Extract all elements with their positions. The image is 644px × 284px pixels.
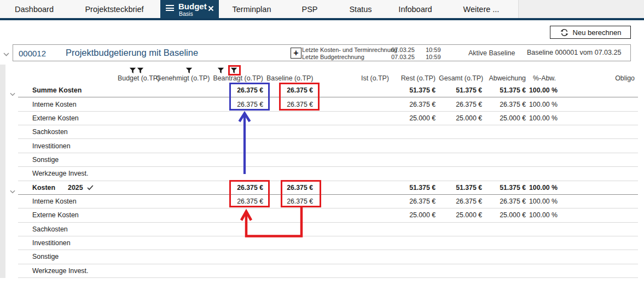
tab-status[interactable]: Status	[335, 0, 386, 18]
cell-baseline: 26.375 €	[266, 184, 316, 192]
cell-rest: 26.375 €	[392, 101, 439, 108]
column-header-gesamt[interactable]: Gesamt (o.TP)	[439, 74, 485, 82]
table-row[interactable]: Werkzeuge Invest.	[18, 167, 638, 181]
row-label: Sachkosten	[18, 128, 118, 136]
cell-baseline: 26.375 €	[266, 101, 316, 108]
column-header-baseline[interactable]: Baseline (o.TP)	[266, 74, 316, 82]
page-title: Projektbudgetierung mit Baseline	[66, 48, 198, 58]
cell-beantragt: 26.375 €	[211, 198, 266, 205]
refresh-icon	[560, 28, 569, 37]
column-header-budget[interactable]: Budget (o.TP)	[118, 74, 156, 82]
column-header-beantragt[interactable]: Beantragt (o.TP)	[211, 74, 266, 82]
chevron-down-icon[interactable]	[10, 186, 15, 196]
last-cost-schedule-label: Letzte Kosten- und Terminrechnung	[302, 47, 397, 54]
tab-weitere[interactable]: Weitere ...	[444, 0, 518, 18]
row-label: Externe Kosten	[18, 114, 118, 122]
table-row[interactable]: Interne Kosten26.375 €26.375 €26.375 €26…	[18, 195, 638, 208]
cell-pct: 100.00 %	[529, 198, 559, 205]
table-row[interactable]: Kosten202526.375 €26.375 €51.375 €51.375…	[18, 181, 638, 195]
project-number: 000012	[19, 49, 46, 58]
row-label: Sonstige	[18, 253, 118, 260]
row-label: Werkzeuge Invest.	[18, 170, 118, 177]
budget-app-window: Dashboard Projektsteckbrief Budget Basis…	[0, 0, 644, 284]
row-label: Summe Kosten	[18, 86, 118, 94]
cell-baseline: 26.375 €	[266, 86, 316, 94]
last-cost-schedule-date: 07.03.25	[391, 47, 415, 54]
cell-abweichung: 26.375 €	[485, 101, 529, 108]
hamburger-icon[interactable]	[166, 5, 174, 13]
cell-gesamt: 26.375 €	[439, 101, 485, 108]
column-header-obligo[interactable]: Obligo	[559, 74, 638, 82]
table-row[interactable]: Werkzeuge Invest.	[18, 264, 638, 278]
cell-pct: 100.00 %	[529, 101, 559, 108]
cell-pct: 100.00 %	[529, 211, 559, 219]
column-header-rest[interactable]: Rest (o.TP)	[392, 74, 439, 82]
cell-abweichung: 51.375 €	[485, 86, 529, 94]
cell-beantragt: 26.375 €	[211, 184, 266, 192]
table-row[interactable]: Externe Kosten25.000 €25.000 €25.000 €10…	[18, 112, 638, 125]
recalculate-button[interactable]: Neu berechnen	[550, 26, 631, 39]
last-budget-label: Letzte Budgetrechnung	[302, 54, 397, 61]
row-label: Interne Kosten	[18, 101, 118, 108]
check-icon	[87, 185, 94, 190]
table-row[interactable]: Sonstige	[18, 153, 638, 167]
row-year: 2025	[68, 184, 83, 192]
column-header-ist[interactable]: Ist (o.TP)	[316, 74, 392, 82]
table-row[interactable]: Sachkosten	[18, 125, 638, 139]
row-label: Kosten2025	[18, 184, 118, 192]
row-label: Sachkosten	[18, 225, 118, 233]
cell-beantragt: 26.375 €	[211, 101, 266, 108]
table-row[interactable]: Sachkosten	[18, 223, 638, 236]
last-calculation-labels: Letzte Kosten- und Terminrechnung Letzte…	[302, 47, 397, 61]
row-label: Investitionen	[18, 239, 118, 247]
tab-budget-sublabel: Basis	[179, 10, 193, 17]
active-tab-underline	[0, 18, 644, 20]
table-row[interactable]: Summe Kosten26.375 €26.375 €51.375 €51.3…	[18, 84, 638, 97]
tab-dashboard[interactable]: Dashboard	[0, 0, 68, 18]
table-row[interactable]: Interne Kosten26.375 €26.375 €26.375 €26…	[18, 97, 638, 111]
tab-infoboard[interactable]: Infoboard	[386, 0, 444, 18]
last-budget-time: 10:59	[426, 54, 441, 61]
filter-icon-row	[0, 66, 644, 74]
cell-rest: 26.375 €	[392, 198, 439, 205]
column-header-abweichung[interactable]: Abweichung	[485, 74, 529, 82]
column-header-pct[interactable]: %-Abw.	[529, 74, 559, 82]
cell-pct: 100.00 %	[529, 114, 559, 122]
cell-abweichung: 51.375 €	[485, 184, 529, 192]
tab-bar: Dashboard Projektsteckbrief Budget Basis…	[0, 0, 644, 18]
cell-rest: 51.375 €	[392, 184, 439, 192]
tab-psp[interactable]: PSP	[285, 0, 335, 18]
column-header-genehmigt[interactable]: Genehmigt (o.TP)	[156, 74, 211, 82]
close-icon[interactable]	[208, 4, 214, 13]
cell-baseline: 26.375 €	[266, 198, 316, 205]
table-row[interactable]: Externe Kosten25.000 €25.000 €25.000 €10…	[18, 208, 638, 222]
cell-pct: 100.00 %	[529, 184, 559, 192]
row-label: Externe Kosten	[18, 211, 118, 219]
tab-projektsteckbrief[interactable]: Projektsteckbrief	[68, 0, 160, 18]
row-label: Investitionen	[18, 142, 118, 150]
cell-abweichung: 25.000 €	[485, 211, 529, 219]
chevron-down-icon[interactable]	[10, 89, 15, 98]
budget-table: Summe Kosten26.375 €26.375 €51.375 €51.3…	[18, 84, 638, 278]
table-left-gutter	[0, 65, 5, 278]
table-row[interactable]: Sonstige	[18, 250, 638, 264]
cell-gesamt: 51.375 €	[439, 184, 485, 192]
active-baseline-label: Aktive Baseline	[468, 49, 515, 57]
project-header: 000012 Projektbudgetierung mit Baseline …	[13, 44, 631, 61]
cell-rest: 51.375 €	[392, 86, 439, 94]
project-collapse-chevron-icon[interactable]	[3, 49, 9, 59]
table-row[interactable]: Investitionen	[18, 139, 638, 153]
cell-abweichung: 26.375 €	[485, 198, 529, 205]
tab-terminplan[interactable]: Terminplan	[219, 0, 285, 18]
tab-budget-active[interactable]: Budget Basis	[160, 0, 219, 18]
table-row[interactable]: Investitionen	[18, 236, 638, 250]
plus-icon[interactable]: +	[291, 48, 301, 59]
recalculate-label: Neu berechnen	[573, 28, 622, 37]
row-label: Interne Kosten	[18, 198, 118, 205]
row-label: Sonstige	[18, 156, 118, 164]
column-header-row: Budget (o.TP)Genehmigt (o.TP)Beantragt (…	[18, 74, 638, 82]
cell-abweichung: 25.000 €	[485, 114, 529, 122]
row-label: Werkzeuge Invest.	[18, 267, 118, 275]
tab-bar-filler	[518, 0, 644, 18]
tab-budget-label: Budget	[178, 2, 207, 11]
